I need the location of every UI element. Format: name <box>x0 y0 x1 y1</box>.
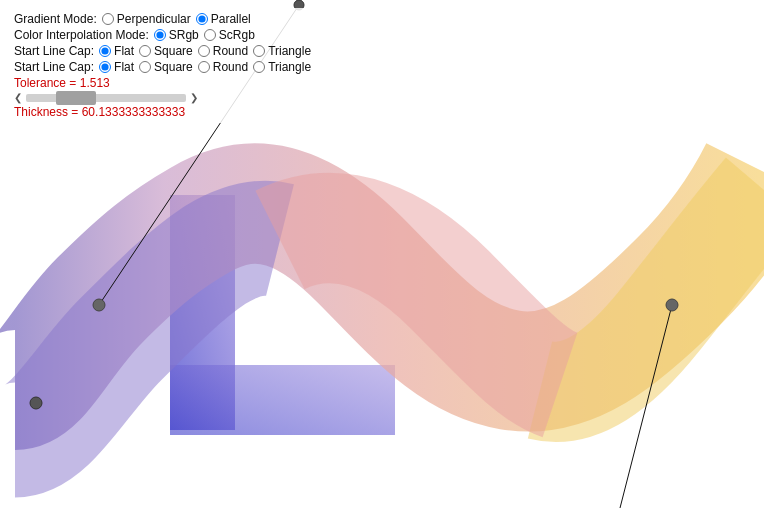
end-round-text: Round <box>213 60 248 74</box>
thickness-label: Thickness = 60.1333333333333 <box>14 105 185 119</box>
start-round-radio[interactable] <box>198 45 210 57</box>
srgb-text: SRgb <box>169 28 199 42</box>
end-square-text: Square <box>154 60 193 74</box>
start-square-text: Square <box>154 44 193 58</box>
end-flat-radio[interactable] <box>99 61 111 73</box>
gradient-perpendicular-radio[interactable] <box>102 13 114 25</box>
start-flat-label[interactable]: Flat <box>99 44 134 58</box>
start-triangle-radio[interactable] <box>253 45 265 57</box>
gradient-mode-label: Gradient Mode: <box>14 12 97 26</box>
gradient-perpendicular-text: Perpendicular <box>117 12 191 26</box>
start-round-text: Round <box>213 44 248 58</box>
color-interp-label: Color Interpolation Mode: <box>14 28 149 42</box>
start-round-label[interactable]: Round <box>198 44 248 58</box>
controls-panel: Gradient Mode: Perpendicular Parallel Co… <box>8 8 317 123</box>
start-flat-radio[interactable] <box>99 45 111 57</box>
start-square-radio[interactable] <box>139 45 151 57</box>
end-line-cap-label: Start Line Cap: <box>14 60 94 74</box>
gradient-mode-row: Gradient Mode: Perpendicular Parallel <box>14 12 311 26</box>
canvas-area: Gradient Mode: Perpendicular Parallel Co… <box>0 0 764 508</box>
scrgb-text: ScRgb <box>219 28 255 42</box>
srgb-radio[interactable] <box>154 29 166 41</box>
srgb-label[interactable]: SRgb <box>154 28 199 42</box>
end-flat-label[interactable]: Flat <box>99 60 134 74</box>
end-triangle-label[interactable]: Triangle <box>253 60 311 74</box>
gradient-parallel-radio[interactable] <box>196 13 208 25</box>
end-square-label[interactable]: Square <box>139 60 193 74</box>
scrgb-label[interactable]: ScRgb <box>204 28 255 42</box>
start-triangle-label[interactable]: Triangle <box>253 44 311 58</box>
end-line-cap-row: Start Line Cap: Flat Square Round Triang… <box>14 60 311 74</box>
end-triangle-text: Triangle <box>268 60 311 74</box>
svg-rect-1 <box>170 365 395 435</box>
color-interp-row: Color Interpolation Mode: SRgb ScRgb <box>14 28 311 42</box>
gradient-parallel-label[interactable]: Parallel <box>196 12 251 26</box>
start-line-cap-label: Start Line Cap: <box>14 44 94 58</box>
end-triangle-radio[interactable] <box>253 61 265 73</box>
tolerance-left-arrow[interactable]: ❮ <box>14 92 22 103</box>
start-line-cap-row: Start Line Cap: Flat Square Round Triang… <box>14 44 311 58</box>
gradient-parallel-text: Parallel <box>211 12 251 26</box>
end-round-radio[interactable] <box>198 61 210 73</box>
tolerance-label: Tolerance = 1.513 <box>14 76 110 90</box>
gradient-perpendicular-label[interactable]: Perpendicular <box>102 12 191 26</box>
scrgb-radio[interactable] <box>204 29 216 41</box>
tolerance-right-arrow[interactable]: ❯ <box>190 92 198 103</box>
end-flat-text: Flat <box>114 60 134 74</box>
start-triangle-text: Triangle <box>268 44 311 58</box>
end-square-radio[interactable] <box>139 61 151 73</box>
control-point-2[interactable] <box>93 299 105 311</box>
start-flat-text: Flat <box>114 44 134 58</box>
tolerance-row: Tolerance = 1.513 <box>14 76 311 90</box>
tolerance-slider-track[interactable] <box>26 94 186 102</box>
control-point-4[interactable] <box>666 299 678 311</box>
start-square-label[interactable]: Square <box>139 44 193 58</box>
thickness-row: Thickness = 60.1333333333333 <box>14 105 311 119</box>
end-round-label[interactable]: Round <box>198 60 248 74</box>
control-point-3[interactable] <box>30 397 42 409</box>
tolerance-slider-container: ❮ ❯ <box>14 92 311 103</box>
tolerance-slider-thumb[interactable] <box>56 91 96 105</box>
